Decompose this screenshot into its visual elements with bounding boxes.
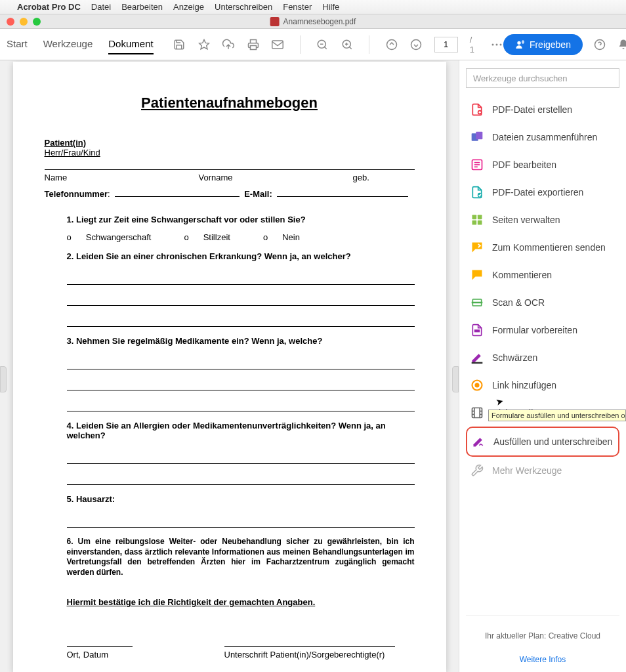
menu-anzeige[interactable]: Anzeige	[173, 2, 204, 12]
tool-label: PDF-Datei exportieren	[492, 187, 583, 198]
page-total-label: / 1	[470, 35, 479, 54]
main-toolbar: Start Werkzeuge Dokument / 1 Freigeben	[0, 29, 626, 60]
create-pdf-icon	[470, 102, 484, 117]
menu-bearbeiten[interactable]: Bearbeiten	[121, 2, 163, 12]
more-tools-icon	[470, 463, 484, 478]
combine-icon	[470, 130, 484, 144]
tab-start[interactable]: Start	[7, 34, 28, 54]
page-down-icon[interactable]	[409, 38, 422, 51]
tool-export-pdf[interactable]: PDF-Datei exportieren	[466, 178, 619, 206]
zoom-out-icon[interactable]	[316, 38, 329, 51]
save-icon[interactable]	[173, 38, 186, 51]
svg-line-4	[325, 47, 327, 49]
tool-send-for-comments[interactable]: Zum Kommentieren senden	[466, 234, 619, 261]
page-up-icon[interactable]	[385, 38, 398, 51]
svg-rect-1	[250, 45, 256, 49]
cloud-upload-icon[interactable]	[222, 38, 235, 51]
help-icon[interactable]	[593, 38, 606, 51]
comment-icon	[470, 268, 484, 282]
tool-add-link[interactable]: Link hinzufügen	[466, 371, 619, 399]
q1-opt1: Schwangerschaft	[86, 232, 152, 242]
menu-fenster[interactable]: Fenster	[283, 2, 312, 12]
tool-label: Schwärzen	[492, 352, 537, 363]
star-icon[interactable]	[198, 38, 210, 51]
tool-label: Formular vorbereiten	[492, 325, 577, 335]
svg-point-13	[496, 43, 498, 45]
traffic-lights	[0, 18, 41, 26]
more-options-icon[interactable]	[491, 38, 503, 51]
search-placeholder: Werkzeuge durchsuchen	[473, 74, 568, 83]
svg-rect-2	[272, 41, 283, 49]
mail-icon[interactable]	[271, 38, 283, 51]
tool-label: Mehr Werkzeuge	[492, 465, 562, 476]
question-3: 3. Nehmen Sie regelmäßig Medikamente ein…	[67, 336, 415, 411]
svg-rect-25	[476, 132, 482, 140]
close-window-button[interactable]	[7, 18, 14, 26]
tool-edit-pdf[interactable]: PDF bearbeiten	[466, 151, 619, 178]
signature-row: Ort, Datum Unterschrift Patient(in)/Sorg…	[67, 646, 415, 660]
media-icon	[470, 406, 484, 420]
patient-label: Patient(in)	[45, 138, 415, 148]
field-email: E-Mail:	[244, 189, 272, 199]
export-pdf-icon	[470, 185, 484, 200]
share-person-icon	[515, 39, 526, 50]
page-number-input[interactable]	[434, 37, 458, 52]
tab-dokument[interactable]: Dokument	[108, 34, 153, 54]
print-icon[interactable]	[247, 38, 259, 51]
q1-opt2: Stillzeit	[203, 232, 230, 242]
share-button[interactable]: Freigeben	[503, 34, 583, 55]
confirm-statement: Hiermit bestätige ich die Richtigkeit de…	[67, 597, 415, 607]
filename-label: Anamnesebogen.pdf	[283, 17, 356, 26]
minimize-window-button[interactable]	[20, 18, 28, 26]
tool-label: Link hinzufügen	[492, 380, 556, 390]
q1-radio-3: o	[263, 232, 268, 242]
tool-organize-pages[interactable]: Seiten verwalten	[466, 206, 619, 234]
tool-comment[interactable]: Kommentieren	[466, 261, 619, 289]
menu-unterschreiben[interactable]: Unterschreiben	[215, 2, 272, 12]
plan-label: Ihr aktueller Plan: Creative Cloud	[466, 631, 619, 640]
tool-redact[interactable]: Schwärzen	[466, 344, 619, 371]
phone-row: Telefonnummer: E-Mail:	[45, 189, 415, 199]
tool-label: PDF-Datei erstellen	[492, 104, 572, 115]
q1-text: 1. Liegt zur Zeit eine Schwangerschaft v…	[67, 215, 415, 224]
menu-hilfe[interactable]: Hilfe	[322, 2, 339, 12]
plan-info: Ihr aktueller Plan: Creative Cloud Weite…	[466, 615, 619, 664]
question-4: 4. Leiden Sie an Allergien oder Medikame…	[67, 421, 415, 485]
left-panel-toggle[interactable]	[0, 366, 7, 392]
svg-point-40	[476, 384, 479, 387]
pdf-file-icon	[270, 17, 280, 26]
q3-text: 3. Nehmen Sie regelmäßig Medikamente ein…	[67, 336, 415, 346]
svg-rect-33	[472, 220, 477, 225]
menubar-app-name[interactable]: Acrobat Pro DC	[17, 2, 81, 12]
right-panel-toggle[interactable]	[452, 366, 459, 392]
bell-icon[interactable]	[617, 38, 626, 51]
tool-create-pdf[interactable]: PDF-Datei erstellen	[466, 96, 619, 123]
q5-text: 5. Hausarzt:	[67, 494, 415, 504]
tab-werkzeuge[interactable]: Werkzeuge	[43, 34, 93, 54]
tool-label: Kommentieren	[492, 270, 552, 280]
document-viewport[interactable]: Patientenaufnahmebogen Patient(in) Herr/…	[0, 60, 459, 672]
tool-label: PDF bearbeiten	[492, 159, 556, 170]
form-icon	[470, 323, 484, 337]
tool-label: Seiten verwalten	[492, 215, 560, 225]
svg-point-10	[386, 39, 396, 49]
field-geb: geb.	[353, 173, 415, 182]
send-comment-icon	[470, 240, 484, 255]
tools-search-input[interactable]: Werkzeuge durchsuchen	[466, 68, 619, 88]
q4-text: 4. Leiden Sie an Allergien oder Medikame…	[67, 421, 415, 440]
svg-line-7	[349, 47, 351, 49]
tool-scan-ocr[interactable]: Scan & OCR	[466, 289, 619, 316]
menu-datei[interactable]: Datei	[91, 2, 111, 12]
tooltip: Formulare ausfüllen und unterschreiben o…	[488, 410, 626, 421]
tool-label: Scan & OCR	[492, 297, 545, 308]
tool-fill-sign[interactable]: Ausfüllen und unterschreiben	[466, 427, 619, 457]
zoom-in-icon[interactable]	[341, 38, 353, 51]
svg-marker-0	[199, 39, 209, 49]
tool-combine-files[interactable]: Dateien zusammenführen	[466, 123, 619, 151]
tool-prepare-form[interactable]: Formular vorbereiten	[466, 316, 619, 344]
share-button-label: Freigeben	[530, 39, 571, 50]
more-info-link[interactable]: Weitere Infos	[466, 655, 619, 664]
link-icon	[470, 378, 484, 392]
maximize-window-button[interactable]	[33, 18, 41, 26]
tool-more-tools[interactable]: Mehr Werkzeuge	[466, 457, 619, 484]
